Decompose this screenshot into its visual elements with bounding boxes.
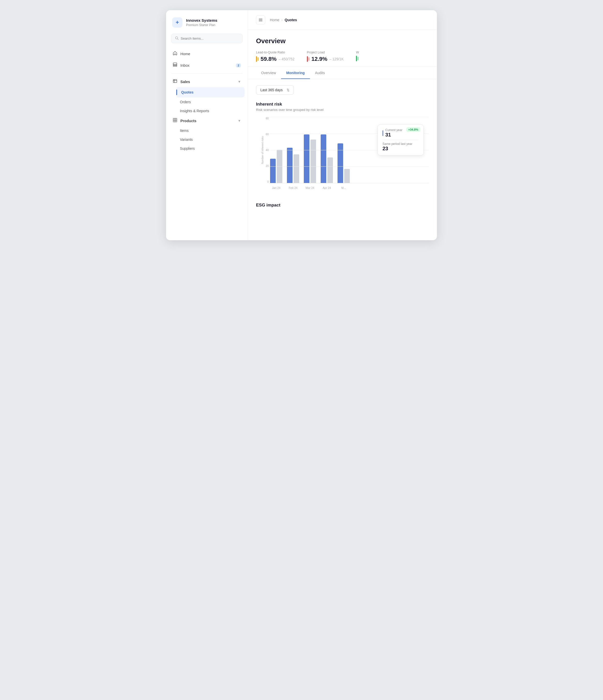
sidebar-item-sales[interactable]: Sales ▼ bbox=[169, 76, 245, 87]
y-label-40: 40 bbox=[266, 149, 269, 152]
content-area: Last 365 days ⇅ Inherent risk Risk scena… bbox=[248, 79, 437, 240]
sidebar-item-inbox-label: Inbox bbox=[180, 64, 189, 68]
tooltip-last-year-label: Same period last year bbox=[382, 142, 419, 146]
bar-apr24-gray bbox=[327, 157, 333, 183]
bar-may24-blue bbox=[337, 143, 343, 183]
products-sub-items: Items Variants Suppliers bbox=[169, 126, 245, 153]
bar-feb24-gray bbox=[294, 154, 299, 183]
breadcrumb-current: Quotes bbox=[285, 18, 297, 22]
sales-sub-items: Quotes Orders Insights & Reports bbox=[169, 87, 245, 115]
inbox-badge: 2 bbox=[236, 64, 241, 68]
sidebar-item-products[interactable]: Products ▼ bbox=[169, 115, 245, 126]
metric-project-load-sub: – 129/1K bbox=[329, 57, 344, 61]
nav-group-products: Products ▼ Items Variants Suppliers bbox=[166, 115, 248, 153]
metrics-row: Lead-to-Quote Ratio 59.8% – 450/752 Proj… bbox=[256, 51, 429, 62]
sidebar-item-orders[interactable]: Orders bbox=[176, 98, 245, 106]
esg-section: ESG impact bbox=[256, 203, 429, 208]
period-select-arrow-icon: ⇅ bbox=[287, 88, 290, 92]
breadcrumb: Home › Quotes bbox=[270, 18, 297, 22]
metric-project-load-bars bbox=[307, 56, 309, 62]
tooltip-badge: +34.8% bbox=[406, 127, 420, 132]
products-label: Products bbox=[180, 119, 197, 123]
sidebar-item-variants-label: Variants bbox=[180, 138, 193, 142]
metric-lead-to-quote-number: 59.8% bbox=[260, 56, 276, 62]
sales-label: Sales bbox=[180, 80, 190, 84]
brand-text: Innovex Systems Premium Starter Plan bbox=[186, 18, 218, 27]
tooltip-current-year-value: 31 bbox=[385, 132, 402, 138]
nav-divider-1 bbox=[171, 73, 243, 74]
tab-audits[interactable]: Audits bbox=[310, 67, 330, 79]
inherent-risk-title: Inherent risk bbox=[256, 102, 429, 107]
svg-rect-12 bbox=[259, 20, 262, 20]
tabs-row: Overview Monitoring Audits bbox=[248, 67, 437, 79]
sidebar-item-items[interactable]: Items bbox=[176, 126, 245, 135]
metric-bar-4 bbox=[308, 57, 309, 61]
svg-rect-4 bbox=[173, 79, 177, 82]
breadcrumb-separator: › bbox=[281, 18, 283, 22]
svg-rect-13 bbox=[259, 21, 262, 22]
tooltip-line bbox=[382, 130, 383, 136]
x-label-apr24: Apr 24 bbox=[321, 186, 333, 190]
home-icon bbox=[173, 51, 177, 57]
nav-group-sales: Sales ▼ Quotes Orders Insights & Reports bbox=[166, 76, 248, 115]
bar-mar24-gray bbox=[310, 140, 316, 183]
svg-rect-8 bbox=[175, 118, 177, 120]
search-icon bbox=[175, 36, 179, 41]
search-container bbox=[166, 34, 248, 48]
filter-row: Last 365 days ⇅ bbox=[256, 85, 429, 95]
search-input[interactable] bbox=[181, 36, 238, 41]
brand-plan: Premium Starter Plan bbox=[186, 23, 218, 27]
tooltip-current-year-label: Current year bbox=[385, 128, 402, 132]
bar-apr24-blue bbox=[321, 134, 326, 183]
nav-items: Home Inbox 2 bbox=[166, 48, 248, 71]
sidebar-item-insights[interactable]: Insights & Reports bbox=[176, 106, 245, 115]
products-icon bbox=[173, 118, 177, 124]
metric-project-load-value-row: 12.9% – 129/1K bbox=[307, 56, 344, 62]
metric-project-load-number: 12.9% bbox=[311, 56, 327, 62]
svg-rect-7 bbox=[173, 118, 175, 120]
metric-bar-1 bbox=[256, 56, 257, 62]
sidebar-item-quotes-label: Quotes bbox=[181, 90, 194, 94]
metric-bar-5 bbox=[356, 56, 357, 61]
sidebar-item-inbox[interactable]: Inbox 2 bbox=[169, 60, 245, 71]
metric-w: W bbox=[356, 51, 359, 61]
sidebar-item-variants[interactable]: Variants bbox=[176, 135, 245, 144]
tab-overview[interactable]: Overview bbox=[256, 67, 281, 79]
brand-header: + Innovex Systems Premium Starter Plan bbox=[166, 17, 248, 34]
bar-jan24-blue bbox=[270, 159, 276, 183]
sidebar-item-home-label: Home bbox=[180, 52, 190, 56]
page-header: Overview Lead-to-Quote Ratio 59.8% – 450… bbox=[248, 30, 437, 67]
metric-lead-to-quote: Lead-to-Quote Ratio 59.8% – 450/752 bbox=[256, 51, 295, 62]
svg-rect-10 bbox=[175, 120, 177, 122]
tab-monitoring[interactable]: Monitoring bbox=[281, 67, 310, 79]
products-arrow-icon: ▼ bbox=[237, 119, 241, 123]
search-box[interactable] bbox=[171, 34, 243, 43]
svg-line-1 bbox=[178, 39, 179, 40]
metric-bar-3 bbox=[307, 56, 308, 62]
metric-project-load: Project Load 12.9% – 129/1K bbox=[307, 51, 344, 62]
tooltip-last-year-section: Same period last year 23 bbox=[382, 142, 419, 152]
sidebar-item-home[interactable]: Home bbox=[169, 48, 245, 59]
y-label-80: 80 bbox=[266, 117, 269, 120]
chart-section-inherent-risk: Inherent risk Risk scenarios over time g… bbox=[256, 102, 429, 194]
sidebar-item-quotes[interactable]: Quotes bbox=[176, 87, 245, 97]
sidebar-item-suppliers-label: Suppliers bbox=[180, 146, 195, 151]
sidebar-item-suppliers[interactable]: Suppliers bbox=[176, 144, 245, 153]
metric-bar-6 bbox=[357, 57, 358, 60]
metric-w-value-row bbox=[356, 56, 359, 61]
metric-w-label: W bbox=[356, 51, 359, 54]
bar-mar24-blue bbox=[304, 134, 309, 183]
y-label-0: 0 bbox=[267, 180, 269, 183]
svg-rect-3 bbox=[173, 65, 177, 67]
sidebar-toggle-button[interactable] bbox=[256, 15, 265, 25]
breadcrumb-home[interactable]: Home bbox=[270, 18, 279, 22]
svg-rect-11 bbox=[259, 19, 262, 19]
period-select[interactable]: Last 365 days ⇅ bbox=[256, 85, 294, 95]
metric-bar-2 bbox=[257, 57, 258, 61]
sidebar-item-items-label: Items bbox=[180, 129, 189, 133]
brand-name: Innovex Systems bbox=[186, 18, 218, 23]
metric-lead-to-quote-bars bbox=[256, 56, 258, 62]
esg-title: ESG impact bbox=[256, 203, 429, 208]
y-label-60: 60 bbox=[266, 133, 269, 136]
period-select-label: Last 365 days bbox=[260, 88, 283, 92]
